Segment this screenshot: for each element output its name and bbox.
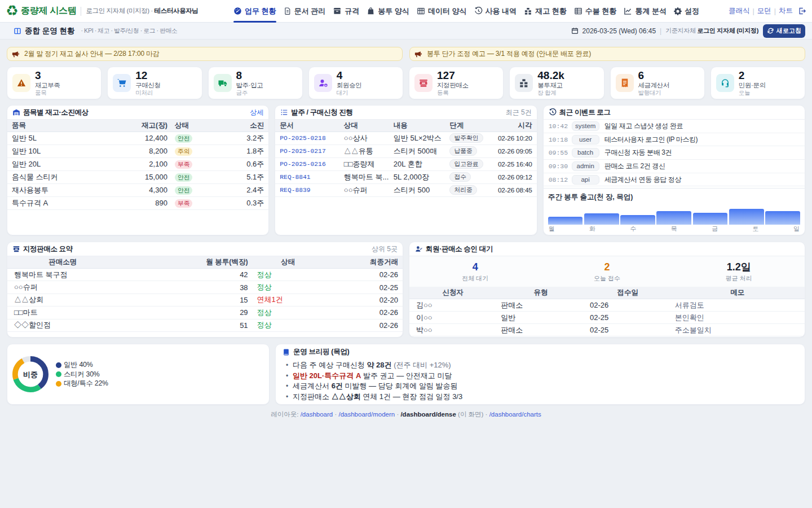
svg-text:비중: 비중 <box>23 370 38 379</box>
